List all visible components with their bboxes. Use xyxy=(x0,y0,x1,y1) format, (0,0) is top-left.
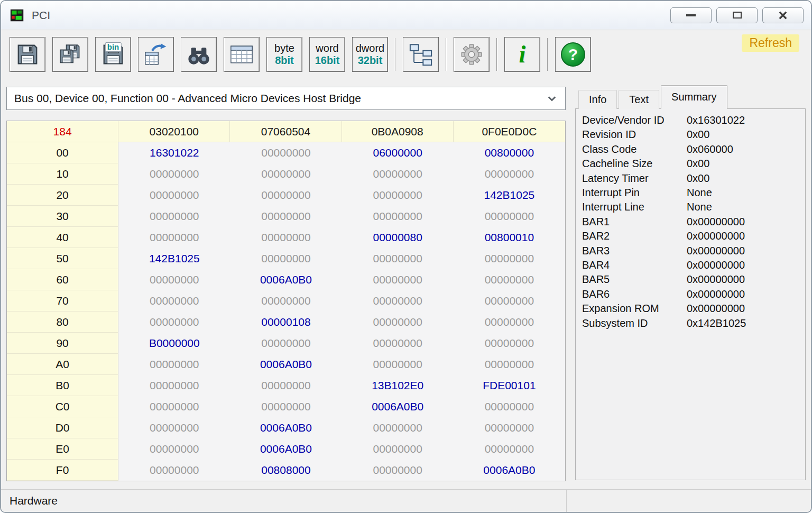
hex-value-cell[interactable]: 00000000 xyxy=(118,375,230,396)
tab-text[interactable]: Text xyxy=(619,90,659,109)
hex-value-cell[interactable]: 00000000 xyxy=(342,333,454,354)
settings-button[interactable] xyxy=(454,37,490,72)
hex-value-cell[interactable]: 00000000 xyxy=(230,227,342,248)
hex-value-cell[interactable]: 00000000 xyxy=(454,417,565,438)
word-view-button[interactable]: word 16bit xyxy=(309,37,345,72)
hex-value-cell[interactable]: 00000000 xyxy=(230,248,342,269)
hex-value-cell[interactable]: 00000000 xyxy=(454,206,565,227)
hex-value-cell[interactable]: 00000000 xyxy=(118,185,230,206)
hex-value-cell[interactable]: 00000000 xyxy=(342,354,454,375)
hex-value-cell[interactable]: 00000000 xyxy=(230,163,342,185)
dword-view-button[interactable]: dword 32bit xyxy=(352,37,388,72)
byte-view-button[interactable]: byte 8bit xyxy=(266,37,302,72)
hex-value-cell[interactable]: 00000000 xyxy=(118,269,230,290)
row-offset-label: 90 xyxy=(7,333,118,354)
tab-info[interactable]: Info xyxy=(578,90,617,109)
export-icon xyxy=(144,42,168,67)
config-space-table: 18403020100070605040B0A09080F0E0D0C00163… xyxy=(6,121,566,481)
table-row: 1000000000000000000000000000000000 xyxy=(7,163,565,185)
hex-value-cell[interactable]: 00000000 xyxy=(454,163,565,185)
hex-value-cell[interactable]: 00000000 xyxy=(118,206,230,227)
info-icon: i xyxy=(519,42,526,67)
word-view-bits-label: 16bit xyxy=(315,54,340,66)
hex-value-cell[interactable]: 0006A0B0 xyxy=(454,460,565,481)
hex-value-cell[interactable]: 00000000 xyxy=(342,312,454,333)
table-row: D0000000000006A0B00000000000000000 xyxy=(7,417,565,438)
hex-value-cell[interactable]: 00000000 xyxy=(342,269,454,290)
hex-value-cell[interactable]: 00800000 xyxy=(454,142,565,163)
hex-value-cell[interactable]: 00000000 xyxy=(342,438,454,460)
hex-value-cell[interactable]: 00000000 xyxy=(342,290,454,312)
hex-value-cell[interactable]: 0006A0B0 xyxy=(230,417,342,438)
window-title: PCI xyxy=(32,9,50,22)
hex-value-cell[interactable]: 0006A0B0 xyxy=(230,438,342,460)
hex-value-cell[interactable]: 00000000 xyxy=(342,460,454,481)
hex-value-cell[interactable]: 00000000 xyxy=(454,248,565,269)
refresh-button[interactable]: Refresh xyxy=(742,34,799,52)
hex-value-cell[interactable]: 00000000 xyxy=(342,248,454,269)
hex-value-cell[interactable]: 00800010 xyxy=(454,227,565,248)
summary-value: 0x00 xyxy=(687,127,802,142)
hex-value-cell[interactable]: 00000000 xyxy=(454,290,565,312)
hex-value-cell[interactable]: 00000000 xyxy=(454,396,565,417)
hex-value-cell[interactable]: 00000000 xyxy=(342,163,454,185)
hex-value-cell[interactable]: 00000000 xyxy=(342,417,454,438)
export-button[interactable] xyxy=(138,37,174,72)
summary-row: Expansion ROM0x00000000 xyxy=(582,301,802,316)
hex-value-cell[interactable]: 00000000 xyxy=(342,185,454,206)
minimize-button[interactable] xyxy=(670,7,712,23)
hex-value-cell[interactable]: 00000000 xyxy=(230,375,342,396)
hex-value-cell[interactable]: 06000000 xyxy=(342,142,454,163)
summary-label: BAR4 xyxy=(582,258,687,272)
hex-value-cell[interactable]: 0006A0B0 xyxy=(230,354,342,375)
hex-value-cell[interactable]: 00000000 xyxy=(230,206,342,227)
hex-value-cell[interactable]: 00000000 xyxy=(230,142,342,163)
hex-value-cell[interactable]: 00000000 xyxy=(230,290,342,312)
hex-value-cell[interactable]: 142B1025 xyxy=(454,185,565,206)
hex-value-cell[interactable]: 00000000 xyxy=(230,333,342,354)
info-button[interactable]: i xyxy=(504,37,540,72)
tree-view-button[interactable] xyxy=(403,37,439,72)
hex-value-cell[interactable]: 00808000 xyxy=(230,460,342,481)
hex-value-cell[interactable]: 00000000 xyxy=(454,354,565,375)
hex-value-cell[interactable]: FDE00101 xyxy=(454,375,565,396)
device-selector[interactable]: Bus 00, Device 00, Function 00 - Advance… xyxy=(6,87,566,110)
hex-value-cell[interactable]: B0000000 xyxy=(118,333,230,354)
hex-value-cell[interactable]: 16301022 xyxy=(118,142,230,163)
hex-value-cell[interactable]: 00000000 xyxy=(454,269,565,290)
save-binary-button[interactable]: bin xyxy=(95,37,131,72)
hex-value-cell[interactable]: 00000000 xyxy=(118,354,230,375)
hex-value-cell[interactable]: 00000000 xyxy=(118,163,230,185)
hex-value-cell[interactable]: 00000000 xyxy=(118,312,230,333)
hex-value-cell[interactable]: 00000000 xyxy=(230,185,342,206)
summary-row: BAR10x00000000 xyxy=(582,215,802,229)
find-button[interactable] xyxy=(181,37,217,72)
row-offset-label: A0 xyxy=(7,354,118,375)
tab-summary[interactable]: Summary xyxy=(661,85,727,109)
table-row: A0000000000006A0B00000000000000000 xyxy=(7,354,565,375)
hex-value-cell[interactable]: 00000000 xyxy=(454,312,565,333)
table-row: 90B0000000000000000000000000000000 xyxy=(7,333,565,354)
hex-value-cell[interactable]: 00000000 xyxy=(454,438,565,460)
save-all-button[interactable] xyxy=(52,37,88,72)
save-button[interactable] xyxy=(10,37,45,72)
hex-value-cell[interactable]: 00000000 xyxy=(118,290,230,312)
hex-value-cell[interactable]: 00000000 xyxy=(118,438,230,460)
hex-value-cell[interactable]: 00000108 xyxy=(230,312,342,333)
hex-value-cell[interactable]: 00000000 xyxy=(342,206,454,227)
hex-value-cell[interactable]: 00000000 xyxy=(454,333,565,354)
hex-value-cell[interactable]: 00000000 xyxy=(118,227,230,248)
hex-value-cell[interactable]: 0006A0B0 xyxy=(342,396,454,417)
table-view-button[interactable] xyxy=(224,37,260,72)
hex-value-cell[interactable]: 00000000 xyxy=(230,396,342,417)
hex-value-cell[interactable]: 13B102E0 xyxy=(342,375,454,396)
help-button[interactable]: ? xyxy=(555,37,591,72)
hex-value-cell[interactable]: 00000080 xyxy=(342,227,454,248)
hex-value-cell[interactable]: 00000000 xyxy=(118,396,230,417)
close-button[interactable] xyxy=(762,7,804,23)
maximize-button[interactable] xyxy=(716,7,758,23)
hex-value-cell[interactable]: 00000000 xyxy=(118,460,230,481)
hex-value-cell[interactable]: 00000000 xyxy=(118,417,230,438)
hex-value-cell[interactable]: 142B1025 xyxy=(118,248,230,269)
hex-value-cell[interactable]: 0006A0B0 xyxy=(230,269,342,290)
